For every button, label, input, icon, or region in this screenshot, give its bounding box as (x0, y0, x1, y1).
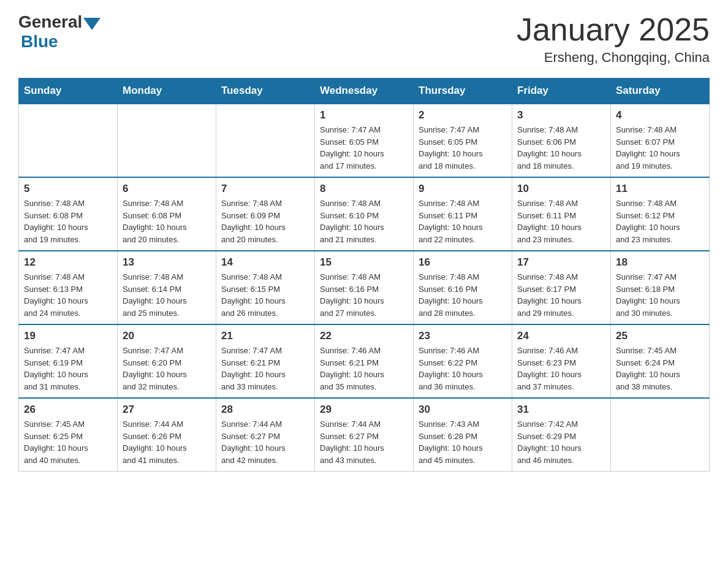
day-number: 13 (123, 256, 211, 269)
calendar-cell (19, 104, 118, 177)
day-number: 9 (419, 183, 507, 195)
title-section: January 2025 Ersheng, Chongqing, China (517, 12, 710, 66)
day-info: Sunrise: 7:48 AM Sunset: 6:10 PM Dayligh… (320, 197, 408, 245)
day-info: Sunrise: 7:46 AM Sunset: 6:21 PM Dayligh… (320, 345, 408, 393)
day-number: 31 (517, 404, 605, 416)
calendar-cell: 4Sunrise: 7:48 AM Sunset: 6:07 PM Daylig… (611, 104, 710, 177)
day-number: 28 (221, 404, 309, 416)
calendar-title: January 2025 (517, 12, 710, 47)
calendar-cell (216, 104, 315, 177)
day-number: 20 (123, 330, 211, 342)
calendar-cell: 18Sunrise: 7:47 AM Sunset: 6:18 PM Dayli… (611, 251, 710, 324)
calendar-cell: 15Sunrise: 7:48 AM Sunset: 6:16 PM Dayli… (315, 251, 414, 324)
day-info: Sunrise: 7:44 AM Sunset: 6:27 PM Dayligh… (320, 418, 408, 466)
logo-triangle-icon (83, 18, 100, 30)
day-number: 22 (320, 330, 408, 342)
day-number: 27 (123, 404, 211, 416)
day-info: Sunrise: 7:47 AM Sunset: 6:20 PM Dayligh… (123, 345, 211, 393)
logo: General Blue (18, 12, 100, 52)
day-number: 16 (419, 256, 507, 269)
day-number: 11 (616, 183, 704, 195)
calendar-subtitle: Ersheng, Chongqing, China (517, 50, 710, 66)
calendar-cell: 7Sunrise: 7:48 AM Sunset: 6:09 PM Daylig… (216, 177, 315, 251)
day-info: Sunrise: 7:48 AM Sunset: 6:08 PM Dayligh… (24, 197, 112, 245)
calendar-cell: 6Sunrise: 7:48 AM Sunset: 6:08 PM Daylig… (118, 177, 216, 251)
weekday-header-row: SundayMondayTuesdayWednesdayThursdayFrid… (19, 79, 710, 104)
day-number: 29 (320, 404, 408, 416)
day-info: Sunrise: 7:47 AM Sunset: 6:05 PM Dayligh… (320, 124, 408, 172)
day-number: 17 (517, 256, 605, 269)
day-info: Sunrise: 7:48 AM Sunset: 6:17 PM Dayligh… (517, 271, 605, 319)
weekday-header-sunday: Sunday (19, 79, 118, 104)
day-info: Sunrise: 7:43 AM Sunset: 6:28 PM Dayligh… (419, 418, 507, 466)
day-info: Sunrise: 7:48 AM Sunset: 6:11 PM Dayligh… (419, 197, 507, 245)
day-number: 12 (24, 256, 112, 269)
calendar-cell: 21Sunrise: 7:47 AM Sunset: 6:21 PM Dayli… (216, 324, 315, 398)
calendar-cell: 16Sunrise: 7:48 AM Sunset: 6:16 PM Dayli… (414, 251, 512, 324)
day-info: Sunrise: 7:48 AM Sunset: 6:08 PM Dayligh… (123, 197, 211, 245)
day-number: 2 (419, 109, 507, 121)
calendar-table: SundayMondayTuesdayWednesdayThursdayFrid… (18, 78, 710, 472)
week-row-4: 19Sunrise: 7:47 AM Sunset: 6:19 PM Dayli… (19, 324, 710, 398)
calendar-cell: 20Sunrise: 7:47 AM Sunset: 6:20 PM Dayli… (118, 324, 216, 398)
calendar-cell: 28Sunrise: 7:44 AM Sunset: 6:27 PM Dayli… (216, 398, 315, 472)
day-info: Sunrise: 7:45 AM Sunset: 6:24 PM Dayligh… (616, 345, 704, 393)
calendar-cell: 29Sunrise: 7:44 AM Sunset: 6:27 PM Dayli… (315, 398, 414, 472)
day-info: Sunrise: 7:48 AM Sunset: 6:06 PM Dayligh… (517, 124, 605, 172)
page-header: General Blue January 2025 Ersheng, Chong… (18, 12, 710, 66)
calendar-cell (611, 398, 710, 472)
calendar-cell: 25Sunrise: 7:45 AM Sunset: 6:24 PM Dayli… (611, 324, 710, 398)
calendar-cell: 9Sunrise: 7:48 AM Sunset: 6:11 PM Daylig… (414, 177, 512, 251)
day-info: Sunrise: 7:44 AM Sunset: 6:27 PM Dayligh… (221, 418, 309, 466)
day-number: 30 (419, 404, 507, 416)
weekday-header-tuesday: Tuesday (216, 79, 315, 104)
day-number: 5 (24, 183, 112, 195)
weekday-header-wednesday: Wednesday (315, 79, 414, 104)
day-info: Sunrise: 7:48 AM Sunset: 6:09 PM Dayligh… (221, 197, 309, 245)
calendar-cell: 13Sunrise: 7:48 AM Sunset: 6:14 PM Dayli… (118, 251, 216, 324)
calendar-cell: 8Sunrise: 7:48 AM Sunset: 6:10 PM Daylig… (315, 177, 414, 251)
day-number: 7 (221, 183, 309, 195)
week-row-5: 26Sunrise: 7:45 AM Sunset: 6:25 PM Dayli… (19, 398, 710, 472)
calendar-cell: 27Sunrise: 7:44 AM Sunset: 6:26 PM Dayli… (118, 398, 216, 472)
calendar-cell: 19Sunrise: 7:47 AM Sunset: 6:19 PM Dayli… (19, 324, 118, 398)
day-number: 1 (320, 109, 408, 121)
calendar-cell (118, 104, 216, 177)
calendar-cell: 31Sunrise: 7:42 AM Sunset: 6:29 PM Dayli… (512, 398, 611, 472)
calendar-cell: 22Sunrise: 7:46 AM Sunset: 6:21 PM Dayli… (315, 324, 414, 398)
day-info: Sunrise: 7:48 AM Sunset: 6:07 PM Dayligh… (616, 124, 704, 172)
day-info: Sunrise: 7:47 AM Sunset: 6:05 PM Dayligh… (419, 124, 507, 172)
week-row-3: 12Sunrise: 7:48 AM Sunset: 6:13 PM Dayli… (19, 251, 710, 324)
day-info: Sunrise: 7:48 AM Sunset: 6:16 PM Dayligh… (320, 271, 408, 319)
day-info: Sunrise: 7:48 AM Sunset: 6:14 PM Dayligh… (123, 271, 211, 319)
day-number: 18 (616, 256, 704, 269)
day-info: Sunrise: 7:45 AM Sunset: 6:25 PM Dayligh… (24, 418, 112, 466)
day-info: Sunrise: 7:44 AM Sunset: 6:26 PM Dayligh… (123, 418, 211, 466)
calendar-cell: 11Sunrise: 7:48 AM Sunset: 6:12 PM Dayli… (611, 177, 710, 251)
day-info: Sunrise: 7:48 AM Sunset: 6:12 PM Dayligh… (616, 197, 704, 245)
day-info: Sunrise: 7:46 AM Sunset: 6:22 PM Dayligh… (419, 345, 507, 393)
calendar-cell: 23Sunrise: 7:46 AM Sunset: 6:22 PM Dayli… (414, 324, 512, 398)
day-info: Sunrise: 7:48 AM Sunset: 6:16 PM Dayligh… (419, 271, 507, 319)
day-number: 19 (24, 330, 112, 342)
weekday-header-saturday: Saturday (611, 79, 710, 104)
calendar-cell: 24Sunrise: 7:46 AM Sunset: 6:23 PM Dayli… (512, 324, 611, 398)
weekday-header-monday: Monday (118, 79, 216, 104)
calendar-cell: 10Sunrise: 7:48 AM Sunset: 6:11 PM Dayli… (512, 177, 611, 251)
week-row-2: 5Sunrise: 7:48 AM Sunset: 6:08 PM Daylig… (19, 177, 710, 251)
day-info: Sunrise: 7:48 AM Sunset: 6:13 PM Dayligh… (24, 271, 112, 319)
calendar-cell: 12Sunrise: 7:48 AM Sunset: 6:13 PM Dayli… (19, 251, 118, 324)
calendar-cell: 1Sunrise: 7:47 AM Sunset: 6:05 PM Daylig… (315, 104, 414, 177)
weekday-header-friday: Friday (512, 79, 611, 104)
calendar-cell: 3Sunrise: 7:48 AM Sunset: 6:06 PM Daylig… (512, 104, 611, 177)
day-number: 6 (123, 183, 211, 195)
day-number: 8 (320, 183, 408, 195)
day-number: 3 (517, 109, 605, 121)
day-number: 23 (419, 330, 507, 342)
day-info: Sunrise: 7:47 AM Sunset: 6:21 PM Dayligh… (221, 345, 309, 393)
logo-blue-text: Blue (21, 32, 58, 52)
day-number: 21 (221, 330, 309, 342)
week-row-1: 1Sunrise: 7:47 AM Sunset: 6:05 PM Daylig… (19, 104, 710, 177)
day-number: 25 (616, 330, 704, 342)
day-number: 24 (517, 330, 605, 342)
